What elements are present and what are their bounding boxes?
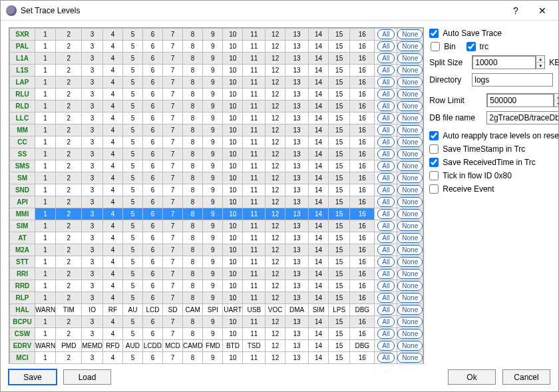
trace-cell[interactable]: 15 bbox=[329, 208, 350, 220]
help-button[interactable]: ? bbox=[502, 1, 529, 20]
trace-cell[interactable]: 16 bbox=[350, 196, 375, 208]
all-button[interactable]: All bbox=[377, 209, 395, 219]
trace-cell[interactable]: 2 bbox=[56, 136, 82, 148]
bin-input[interactable] bbox=[431, 42, 440, 51]
trace-cell[interactable]: 15 bbox=[329, 220, 350, 232]
split-size-input[interactable] bbox=[472, 56, 536, 69]
trace-cell[interactable]: 3 bbox=[82, 124, 103, 136]
trace-cell[interactable]: 15 bbox=[329, 172, 350, 184]
reapply-checkbox[interactable]: Auto reapply trace levels on reset bbox=[429, 131, 558, 140]
trace-cell[interactable]: 5 bbox=[122, 328, 142, 340]
trace-cell[interactable]: 10 bbox=[223, 256, 243, 268]
row-limit-input[interactable] bbox=[487, 94, 554, 107]
trace-cell[interactable]: 10 bbox=[223, 29, 243, 41]
bin-checkbox[interactable]: Bin bbox=[431, 42, 455, 51]
trace-cell[interactable]: 12 bbox=[266, 280, 285, 292]
trace-cell[interactable]: AU bbox=[122, 304, 142, 316]
trace-cell[interactable]: 14 bbox=[309, 208, 329, 220]
trace-cell[interactable]: 16 bbox=[350, 53, 375, 65]
row-header[interactable]: PAL bbox=[10, 41, 35, 53]
trace-cell[interactable]: 1 bbox=[35, 292, 56, 304]
trace-cell[interactable]: 6 bbox=[142, 100, 162, 112]
trace-cell[interactable]: 16 bbox=[350, 148, 375, 160]
trace-cell[interactable]: RF bbox=[102, 304, 122, 316]
trace-cell[interactable]: 1 bbox=[35, 196, 56, 208]
trace-cell[interactable]: 14 bbox=[309, 53, 329, 65]
trace-cell[interactable]: 12 bbox=[266, 352, 285, 364]
trace-cell[interactable]: 3 bbox=[82, 112, 103, 124]
trace-cell[interactable]: 11 bbox=[243, 280, 266, 292]
trace-cell[interactable]: 11 bbox=[243, 172, 266, 184]
row-header[interactable]: AT bbox=[10, 232, 35, 244]
trace-cell[interactable]: 1 bbox=[35, 136, 56, 148]
all-button[interactable]: All bbox=[377, 125, 395, 135]
trace-cell[interactable]: 7 bbox=[162, 244, 182, 256]
trace-cell[interactable]: 10 bbox=[223, 89, 243, 100]
trace-cell[interactable]: 10 bbox=[223, 41, 243, 53]
trace-cell[interactable]: 7 bbox=[162, 280, 182, 292]
trace-cell[interactable]: 16 bbox=[350, 232, 375, 244]
trace-cell[interactable]: 15 bbox=[329, 352, 350, 364]
trace-cell[interactable]: 16 bbox=[350, 124, 375, 136]
trace-cell[interactable]: 4 bbox=[102, 65, 122, 77]
trace-cell[interactable]: 10 bbox=[223, 112, 243, 124]
auto-save-input[interactable] bbox=[429, 29, 439, 38]
row-header[interactable]: HAL bbox=[10, 304, 35, 316]
trace-cell[interactable]: 5 bbox=[122, 280, 142, 292]
trace-cell[interactable]: 16 bbox=[350, 77, 375, 89]
trace-cell[interactable]: 8 bbox=[182, 220, 202, 232]
trace-cell[interactable]: 11 bbox=[243, 244, 266, 256]
trace-cell[interactable]: 8 bbox=[182, 316, 202, 328]
trace-cell[interactable]: 8 bbox=[182, 184, 202, 196]
trace-cell[interactable]: 8 bbox=[182, 65, 202, 77]
trace-cell[interactable]: 16 bbox=[350, 112, 375, 124]
trace-cell[interactable]: 4 bbox=[102, 77, 122, 89]
trace-cell[interactable]: 9 bbox=[203, 328, 223, 340]
trace-cell[interactable]: 4 bbox=[102, 148, 122, 160]
trace-cell[interactable]: 12 bbox=[266, 53, 285, 65]
trace-cell[interactable]: 15 bbox=[329, 280, 350, 292]
none-button[interactable]: None bbox=[397, 149, 423, 159]
none-button[interactable]: None bbox=[397, 53, 423, 63]
trace-cell[interactable]: 11 bbox=[243, 41, 266, 53]
trace-cell[interactable]: 8 bbox=[182, 100, 202, 112]
trace-cell[interactable]: 15 bbox=[329, 244, 350, 256]
row-header[interactable]: STT bbox=[10, 256, 35, 268]
trace-cell[interactable]: 7 bbox=[162, 124, 182, 136]
trace-cell[interactable]: TIM bbox=[56, 304, 82, 316]
trace-cell[interactable]: 16 bbox=[350, 100, 375, 112]
trace-cell[interactable]: 14 bbox=[309, 256, 329, 268]
trace-cell[interactable]: 5 bbox=[122, 89, 142, 100]
row-header[interactable]: M2A bbox=[10, 244, 35, 256]
trace-cell[interactable]: SIM bbox=[309, 304, 329, 316]
trace-cell[interactable]: 16 bbox=[350, 160, 375, 172]
trace-cell[interactable]: 9 bbox=[203, 220, 223, 232]
trace-cell[interactable]: 13 bbox=[285, 77, 309, 89]
trace-cell[interactable]: 10 bbox=[223, 244, 243, 256]
none-button[interactable]: None bbox=[397, 353, 423, 363]
trace-cell[interactable]: 5 bbox=[122, 292, 142, 304]
trace-cell[interactable]: 8 bbox=[182, 160, 202, 172]
trace-cell[interactable]: 4 bbox=[102, 160, 122, 172]
trace-cell[interactable]: 14 bbox=[309, 100, 329, 112]
tick-flow-checkbox[interactable]: Tick in flow ID 0x80 bbox=[429, 171, 558, 180]
trace-cell[interactable]: 6 bbox=[142, 352, 162, 364]
trace-cell[interactable]: 13 bbox=[285, 172, 309, 184]
trace-cell[interactable]: 5 bbox=[122, 65, 142, 77]
trace-cell[interactable]: 11 bbox=[243, 136, 266, 148]
trace-cell[interactable]: 14 bbox=[309, 196, 329, 208]
trace-cell[interactable]: 9 bbox=[203, 352, 223, 364]
trace-cell[interactable]: 8 bbox=[182, 256, 202, 268]
all-button[interactable]: All bbox=[377, 89, 395, 99]
trace-cell[interactable]: 13 bbox=[285, 208, 309, 220]
trace-cell[interactable]: 6 bbox=[142, 184, 162, 196]
save-received-checkbox[interactable]: Save ReceivedTime in Trc bbox=[429, 158, 558, 167]
trace-cell[interactable]: 7 bbox=[162, 29, 182, 41]
trace-cell[interactable]: 12 bbox=[266, 160, 285, 172]
trace-cell[interactable]: UART bbox=[223, 304, 243, 316]
none-button[interactable]: None bbox=[397, 221, 423, 231]
close-button[interactable]: ✕ bbox=[529, 1, 556, 20]
all-button[interactable]: All bbox=[377, 281, 395, 291]
trace-cell[interactable]: 5 bbox=[122, 268, 142, 280]
none-button[interactable]: None bbox=[397, 77, 423, 87]
